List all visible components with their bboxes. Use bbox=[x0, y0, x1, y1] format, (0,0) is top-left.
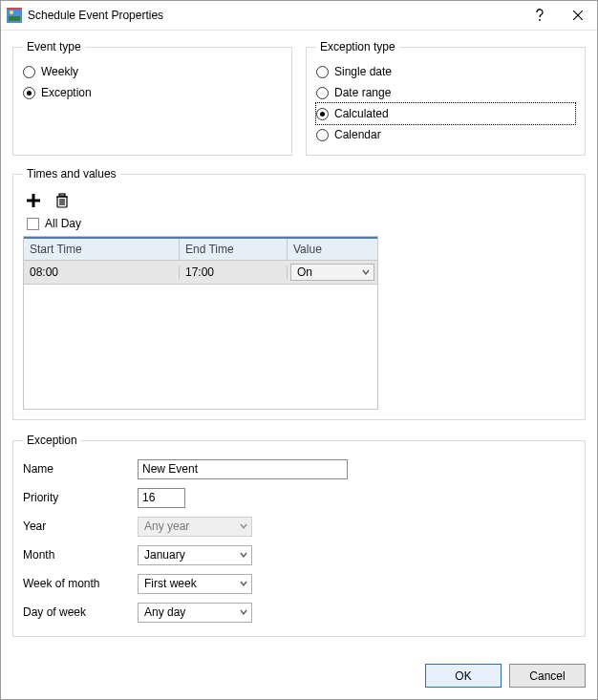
priority-input[interactable] bbox=[138, 488, 185, 508]
radio-label: Calculated bbox=[334, 107, 389, 120]
svg-rect-1 bbox=[9, 16, 20, 21]
event-type-option[interactable]: Weekly bbox=[23, 61, 282, 82]
week-label: Week of month bbox=[23, 577, 138, 590]
exception-type-legend: Exception type bbox=[316, 40, 399, 53]
exception-legend: Exception bbox=[23, 434, 81, 447]
exception-type-group: Exception type Single dateDate rangeCalc… bbox=[306, 40, 586, 156]
month-label: Month bbox=[23, 548, 138, 562]
event-type-group: Event type WeeklyException bbox=[12, 40, 292, 156]
table-row[interactable]: 08:0017:00On bbox=[24, 261, 377, 285]
month-combo[interactable]: January bbox=[138, 545, 252, 565]
col-end-header[interactable]: End Time bbox=[180, 239, 288, 260]
dialog-body: Event type WeeklyException Exception typ… bbox=[1, 31, 597, 654]
chevron-down-icon bbox=[240, 551, 247, 559]
radio-icon bbox=[316, 108, 329, 120]
day-label: Day of week bbox=[23, 605, 138, 619]
help-button[interactable] bbox=[521, 1, 559, 30]
times-grid-header: Start Time End Time Value bbox=[24, 237, 377, 261]
exception-type-option[interactable]: Calendar bbox=[316, 124, 575, 145]
month-value: January bbox=[144, 548, 185, 562]
value-cell: On bbox=[288, 262, 377, 283]
radio-icon bbox=[23, 66, 35, 78]
radio-label: Single date bbox=[334, 65, 392, 78]
all-day-checkbox[interactable] bbox=[27, 218, 39, 230]
all-day-label: All Day bbox=[45, 217, 81, 230]
year-value: Any year bbox=[144, 520, 189, 533]
times-values-legend: Times and values bbox=[23, 167, 120, 180]
event-type-legend: Event type bbox=[23, 40, 85, 53]
dialog-footer: OK Cancel bbox=[1, 654, 597, 699]
event-type-option[interactable]: Exception bbox=[23, 82, 282, 103]
name-label: Name bbox=[23, 462, 138, 476]
chevron-down-icon bbox=[240, 580, 247, 587]
cancel-button[interactable]: Cancel bbox=[509, 664, 586, 688]
grid-empty-area bbox=[24, 285, 377, 409]
value-select[interactable]: On bbox=[290, 264, 374, 281]
times-values-group: Times and values bbox=[12, 167, 586, 420]
radio-icon bbox=[316, 129, 329, 141]
exception-type-option[interactable]: Date range bbox=[316, 82, 575, 103]
chevron-down-icon bbox=[240, 522, 247, 530]
svg-rect-3 bbox=[7, 8, 22, 10]
app-icon bbox=[7, 8, 22, 23]
times-grid: Start Time End Time Value 08:0017:00On bbox=[23, 236, 378, 410]
day-value: Any day bbox=[144, 605, 185, 619]
col-value-header[interactable]: Value bbox=[288, 239, 377, 260]
radio-label: Weekly bbox=[41, 65, 78, 78]
exception-type-option[interactable]: Single date bbox=[316, 61, 575, 82]
times-toolbar bbox=[23, 188, 575, 215]
year-combo[interactable]: Any year bbox=[138, 517, 252, 537]
ok-button[interactable]: OK bbox=[425, 664, 502, 688]
close-button[interactable] bbox=[559, 1, 597, 30]
end-time-cell[interactable]: 17:00 bbox=[180, 265, 288, 279]
day-combo[interactable]: Any day bbox=[138, 603, 252, 623]
start-time-cell[interactable]: 08:00 bbox=[24, 265, 180, 279]
delete-row-button[interactable] bbox=[52, 190, 73, 211]
radio-icon bbox=[316, 66, 329, 78]
priority-label: Priority bbox=[23, 491, 138, 504]
radio-label: Date range bbox=[334, 86, 391, 99]
svg-point-2 bbox=[10, 11, 13, 14]
year-label: Year bbox=[23, 520, 138, 533]
radio-label: Calendar bbox=[334, 128, 381, 141]
week-combo[interactable]: First week bbox=[138, 574, 252, 594]
title-bar: Schedule Event Properties bbox=[1, 1, 597, 31]
exception-type-option[interactable]: Calculated bbox=[316, 103, 575, 124]
svg-rect-13 bbox=[59, 194, 65, 196]
radio-icon bbox=[23, 87, 35, 99]
radio-icon bbox=[316, 87, 329, 99]
chevron-down-icon bbox=[362, 268, 370, 276]
window-title: Schedule Event Properties bbox=[28, 9, 163, 22]
col-start-header[interactable]: Start Time bbox=[24, 239, 180, 260]
add-row-button[interactable] bbox=[23, 190, 44, 211]
chevron-down-icon bbox=[240, 608, 247, 616]
week-value: First week bbox=[144, 577, 197, 590]
svg-point-4 bbox=[539, 19, 541, 21]
radio-label: Exception bbox=[41, 86, 92, 99]
name-input[interactable] bbox=[138, 459, 348, 479]
all-day-row: All Day bbox=[23, 215, 575, 236]
dialog-window: Schedule Event Properties Event type Wee… bbox=[0, 0, 598, 700]
exception-group: Exception Name Priority Year Any year Mo… bbox=[12, 434, 586, 637]
